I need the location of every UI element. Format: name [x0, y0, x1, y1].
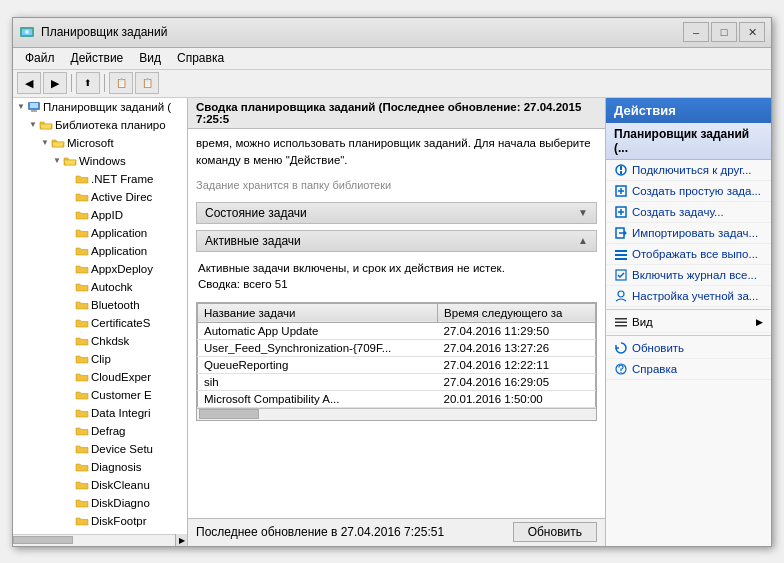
action-view-all[interactable]: Отображать все выпо... [606, 244, 771, 265]
table-row[interactable]: User_Feed_Synchronization-{709F...27.04.… [198, 339, 596, 356]
action-account[interactable]: Настройка учетной за... [606, 286, 771, 307]
task-status-section[interactable]: Состояние задачи ▼ [196, 202, 597, 224]
cloudexper-label: CloudExper [91, 371, 151, 383]
table-row[interactable]: sih27.04.2016 16:29:05 [198, 373, 596, 390]
tree-item-diskcleanu[interactable]: DiskCleanu [13, 476, 187, 494]
action-create-simple[interactable]: Создать простую зада... [606, 181, 771, 202]
netframe-label: .NET Frame [91, 173, 153, 185]
autochk-label: Autochk [91, 281, 133, 293]
tree-item-clip[interactable]: Clip [13, 350, 187, 368]
table-row[interactable]: QueueReporting27.04.2016 12:22:11 [198, 356, 596, 373]
tree-item-activedir[interactable]: Active Direc [13, 188, 187, 206]
tree-item-defrag[interactable]: Defrag [13, 422, 187, 440]
folder-icon-cloudexper [75, 371, 89, 383]
properties-button[interactable]: 📋 [135, 72, 159, 94]
title-bar-buttons: – □ ✕ [683, 22, 765, 42]
up-button[interactable]: ⬆ [76, 72, 100, 94]
svg-rect-23 [615, 321, 627, 323]
tree-item-autochk[interactable]: Autochk [13, 278, 187, 296]
no-toggle [63, 173, 75, 185]
library-label: Библиотека планиро [55, 119, 166, 131]
svg-rect-22 [615, 318, 627, 320]
scroll-right-btn[interactable]: ▶ [175, 534, 187, 546]
action-import[interactable]: Импортировать задач... [606, 223, 771, 244]
tree-item-customer[interactable]: Customer E [13, 386, 187, 404]
tree-item-diskdiagno[interactable]: DiskDiagno [13, 494, 187, 512]
tree-item-netframe[interactable]: .NET Frame [13, 170, 187, 188]
tasks-table-scroll[interactable]: Название задачи Время следующего за Auto… [197, 303, 596, 408]
new-simple-icon [614, 184, 628, 198]
h-scroll-thumb[interactable] [13, 536, 73, 544]
tree-item-root[interactable]: ▼ Планировщик заданий ( [13, 98, 187, 116]
back-button[interactable]: ◀ [17, 72, 41, 94]
tree-toggle-microsoft[interactable]: ▼ [39, 137, 51, 149]
menu-view[interactable]: Вид [131, 49, 169, 67]
task-time-cell: 27.04.2016 12:22:11 [438, 356, 596, 373]
actions-group-title: Планировщик заданий (... [606, 123, 771, 160]
show-button[interactable]: 📋 [109, 72, 133, 94]
tree-item-windows[interactable]: ▼ Windows [13, 152, 187, 170]
active-tasks-label: Активные задачи [205, 234, 301, 248]
minimize-button[interactable]: – [683, 22, 709, 42]
tree-toggle-windows[interactable]: ▼ [51, 155, 63, 167]
forward-button[interactable]: ▶ [43, 72, 67, 94]
tree-item-devicesetu[interactable]: Device Setu [13, 440, 187, 458]
tree-item-chkdsk[interactable]: Chkdsk [13, 332, 187, 350]
menu-file[interactable]: Файл [17, 49, 63, 67]
menu-action[interactable]: Действие [63, 49, 132, 67]
appid-label: AppID [91, 209, 123, 221]
tree-item-diagnosis[interactable]: Diagnosis [13, 458, 187, 476]
close-button[interactable]: ✕ [739, 22, 765, 42]
tree-item-diskfootpr[interactable]: DiskFootpr [13, 512, 187, 530]
col-task-name[interactable]: Название задачи [198, 303, 438, 322]
tree-toggle-root[interactable]: ▼ [15, 101, 27, 113]
tree-toggle-library[interactable]: ▼ [27, 119, 39, 131]
tree-item-microsoft[interactable]: ▼ Microsoft [13, 134, 187, 152]
table-h-scroll-thumb[interactable] [199, 409, 259, 419]
folder-icon-diskdiagno [75, 497, 89, 509]
folder-icon-certs [75, 317, 89, 329]
table-row[interactable]: Automatic App Update27.04.2016 11:29:50 [198, 322, 596, 339]
tree-scroll[interactable]: ▼ Планировщик заданий ( ▼ [13, 98, 187, 534]
center-scroll-area[interactable]: время, можно использовать планировщик за… [188, 129, 605, 518]
action-import-label: Импортировать задач... [632, 227, 758, 239]
folder-icon-diagnosis [75, 461, 89, 473]
center-panel: Сводка планировщика заданий (Последнее о… [188, 98, 606, 546]
action-create-task[interactable]: Создать задачу... [606, 202, 771, 223]
col-next-time[interactable]: Время следующего за [438, 303, 596, 322]
table-h-scrollbar[interactable] [197, 408, 596, 420]
certs-label: CertificateS [91, 317, 150, 329]
action-refresh[interactable]: Обновить [606, 338, 771, 359]
tree-item-app1[interactable]: Application [13, 224, 187, 242]
tree-bottom-scrollbar[interactable]: ▶ [13, 534, 187, 546]
app2-label: Application [91, 245, 147, 257]
action-view[interactable]: Вид ▶ [606, 312, 771, 333]
tree-item-bluetooth[interactable]: Bluetooth [13, 296, 187, 314]
svg-rect-5 [31, 110, 37, 112]
tree-item-dataintegr[interactable]: Data Integri [13, 404, 187, 422]
tree-item-certs[interactable]: CertificateS [13, 314, 187, 332]
action-enable-log[interactable]: Включить журнал все... [606, 265, 771, 286]
action-view-arrow: ▶ [756, 317, 763, 327]
svg-rect-17 [615, 250, 627, 252]
svg-rect-8 [620, 171, 622, 174]
refresh-button[interactable]: Обновить [513, 522, 597, 542]
tree-item-cloudexper[interactable]: CloudExper [13, 368, 187, 386]
table-row[interactable]: Microsoft Compatibility A...20.01.2016 1… [198, 390, 596, 407]
active-tasks-section[interactable]: Активные задачи ▲ [196, 230, 597, 252]
tree-item-app2[interactable]: Application [13, 242, 187, 260]
svg-rect-19 [615, 258, 627, 260]
action-help[interactable]: Справка [606, 359, 771, 380]
maximize-button[interactable]: □ [711, 22, 737, 42]
action-connect[interactable]: Подключиться к друг... [606, 160, 771, 181]
folder-icon-microsoft [51, 137, 65, 149]
task-name-cell: Microsoft Compatibility A... [198, 390, 438, 407]
menu-help[interactable]: Справка [169, 49, 232, 67]
tree-item-appxdeploy[interactable]: AppxDeploy [13, 260, 187, 278]
devicesetu-label: Device Setu [91, 443, 153, 455]
tree-item-appid[interactable]: AppID [13, 206, 187, 224]
tree-root-label: Планировщик заданий ( [43, 101, 171, 113]
main-window: Планировщик заданий – □ ✕ Файл Действие … [12, 17, 772, 547]
tree-item-library[interactable]: ▼ Библиотека планиро [13, 116, 187, 134]
action-separator2 [606, 335, 771, 336]
